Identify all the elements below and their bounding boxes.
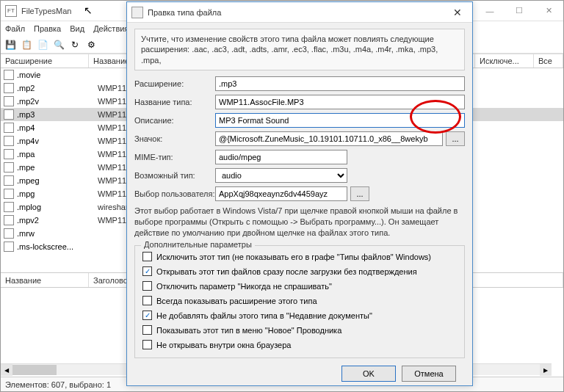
browse-userchoice-button[interactable]: ... [350,186,369,201]
bottom-col-name[interactable]: Название [1,273,89,287]
checkbox-label: Исключить этот тип (не показывать его в … [156,253,431,261]
checkbox-label: Не открывать внутри окна браузера [156,341,291,349]
col-all[interactable]: Все [534,54,563,68]
row-ext: .mpa [17,150,98,159]
row-ext: .movie [17,70,98,79]
status-text: Элементов: 607, выбрано: 1 [5,380,111,389]
input-userchoice[interactable] [215,186,347,201]
dialog-close-button[interactable]: ✕ [443,3,472,22]
row-ext: .mpeg [17,176,98,185]
checkbox-row[interactable]: ✓Не добавлять файлы этого типа в "Недавн… [142,311,457,320]
browse-icon-button[interactable]: ... [446,131,465,146]
row-ext: .mrw [17,229,98,238]
copy-icon[interactable]: 📋 [20,38,33,51]
app-icon: FT [5,5,17,17]
label-extension: Расширение: [134,79,215,88]
additional-params-group: Дополнительные параметры Исключить этот … [134,245,465,358]
checkbox-row[interactable]: ✓Открывать этот тип файлов сразу после з… [142,266,457,276]
scroll-left-icon[interactable]: ◀ [1,364,12,376]
input-typename[interactable] [215,95,465,109]
menu-file[interactable]: Файл [5,24,25,33]
checkbox-row[interactable]: Отключить параметр "Никогда не спрашиват… [142,281,457,291]
file-icon [4,70,14,80]
edit-file-type-dialog: Правка типа файла ✕ Учтите, что изменени… [126,1,473,386]
checkbox-label: Всегда показывать расширение этого типа [156,297,317,305]
close-button[interactable]: ✕ [534,1,563,21]
col-extension[interactable]: Расширение [1,54,89,68]
label-icon: Значок: [134,134,215,143]
options-icon[interactable]: ⚙ [84,38,98,51]
checkbox-row[interactable]: Не открывать внутри окна браузера [142,340,457,349]
checkbox[interactable]: ✓ [142,266,152,276]
menu-edit[interactable]: Правка [34,24,61,33]
checkbox[interactable] [142,325,152,335]
checkbox[interactable] [142,281,152,291]
dialog-info: Учтите, что изменение свойств этого типа… [134,29,465,70]
row-ext: .mp4 [17,123,98,132]
row-ext: .mp4v [17,137,98,145]
row-ext: .mp2v [17,97,98,106]
input-extension[interactable] [215,76,465,91]
input-description[interactable] [215,113,465,128]
file-icon [4,228,14,239]
checkbox-row[interactable]: Исключить этот тип (не показывать его в … [142,252,457,261]
checkbox[interactable] [142,252,152,261]
checkbox[interactable] [142,340,152,349]
maximize-button[interactable]: ☐ [505,1,534,21]
row-ext: .ms-lockscree... [17,242,98,251]
input-icon[interactable] [215,131,443,146]
menu-actions[interactable]: Действия [93,24,129,33]
file-icon [4,83,14,93]
minimize-button[interactable]: — [475,1,505,21]
find-icon[interactable]: 🔍 [52,38,65,51]
checkbox[interactable]: ✓ [142,311,152,320]
scroll-right-icon[interactable]: ▶ [540,364,552,376]
checkbox-label: Показывать этот тип в меню "Новое" Прово… [156,326,341,335]
menu-view[interactable]: Вид [70,24,84,33]
row-ext: .mp3 [17,110,98,119]
file-icon [4,162,14,173]
checkbox-row[interactable]: Показывать этот тип в меню "Новое" Прово… [142,325,457,335]
scroll-thumb[interactable] [12,365,57,375]
label-description: Описание: [134,116,215,125]
dialog-title: Правка типа файла [148,8,443,17]
file-icon [4,123,14,133]
label-mime: MIME-тип: [134,153,215,161]
file-icon [4,149,14,159]
row-ext: .mp2 [17,84,98,92]
help-text: Этот выбор работает в Windows Vista/7 пр… [134,206,465,239]
checkbox[interactable] [142,296,152,305]
checkbox-row[interactable]: Всегда показывать расширение этого типа [142,296,457,305]
label-userchoice: Выбор пользователя: [134,189,215,198]
file-icon [4,96,14,106]
dialog-titlebar[interactable]: Правка типа файла ✕ [127,2,472,23]
file-icon [4,215,14,225]
ok-button[interactable]: OK [341,366,396,382]
input-mime[interactable] [215,150,347,164]
row-ext: .mpg [17,189,98,198]
label-perceived: Возможный тип: [134,171,215,180]
dialog-icon [131,7,143,18]
file-icon [4,202,14,212]
select-perceived[interactable]: audio [215,168,347,183]
cancel-button[interactable]: Отмена [402,366,456,382]
row-ext: .mpv2 [17,216,98,225]
save-icon[interactable]: 💾 [4,38,17,51]
file-icon [4,175,14,186]
refresh-icon[interactable]: ↻ [68,38,82,51]
prop-icon[interactable]: 📄 [36,38,49,51]
row-ext: .mpe [17,163,98,172]
file-icon [4,109,14,120]
checkbox-label: Открывать этот тип файлов сразу после за… [156,267,417,276]
checkbox-label: Не добавлять файлы этого типа в "Недавни… [156,311,372,320]
label-typename: Название типа: [134,98,215,106]
row-ext: .mplog [17,203,98,211]
file-icon [4,136,14,146]
checkbox-label: Отключить параметр "Никогда не спрашиват… [156,282,332,291]
col-exclude[interactable]: Исключе... [475,54,534,68]
group-title: Дополнительные параметры [141,240,255,249]
file-icon [4,189,14,199]
file-icon [4,242,14,252]
